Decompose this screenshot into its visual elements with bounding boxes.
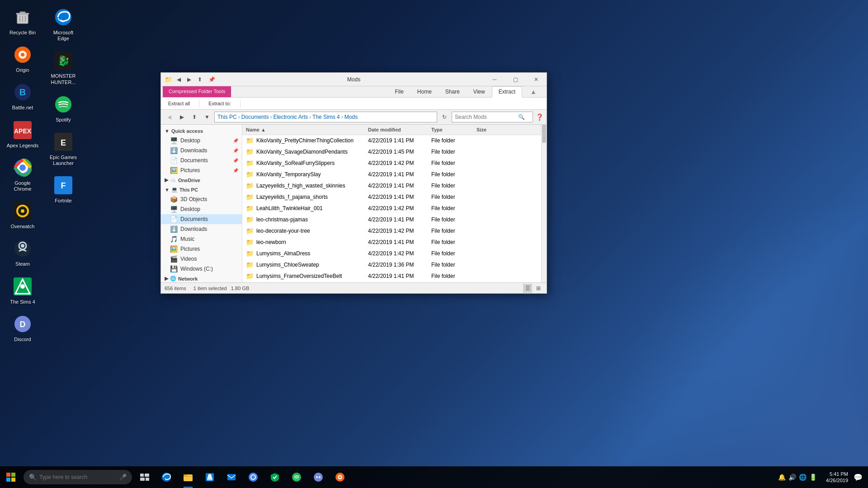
action-center-icon[interactable]: 💬: [854, 473, 863, 482]
breadcrumb-ea[interactable]: Electronic Arts: [273, 114, 308, 120]
title-pin-btn[interactable]: 📌: [207, 75, 217, 84]
desktop-icon-epic[interactable]: E Epic Games Launcher: [45, 129, 81, 168]
details-view-btn[interactable]: ☰: [523, 284, 532, 293]
table-row[interactable]: 📁 leo-decorate-your-tree 4/22/2019 1:42 …: [242, 225, 541, 237]
scrollbar-thumb[interactable]: [542, 125, 546, 143]
table-row[interactable]: 📁 leo-newborn 4/22/2019 1:41 PM File fol…: [242, 237, 541, 248]
desktop-icon-recycle-bin[interactable]: Recycle Bin: [5, 5, 41, 38]
desktop-icon-origin[interactable]: Origin: [5, 42, 41, 75]
table-row[interactable]: 📁 KikoVanity_TemporarySlay 4/22/2019 1:4…: [242, 169, 541, 180]
col-header-date[interactable]: Date modified: [364, 126, 428, 133]
share-tab[interactable]: Share: [439, 86, 467, 97]
breadcrumb-mods[interactable]: Mods: [344, 114, 358, 120]
up-button[interactable]: ⬆: [189, 112, 200, 122]
table-row[interactable]: 📁 Lumysims_AlmaDress 4/22/2019 1:42 PM F…: [242, 248, 541, 259]
title-up-btn[interactable]: ⬆: [196, 75, 204, 84]
taskbar-search-box[interactable]: 🔍 🎤: [24, 470, 132, 484]
battery-icon[interactable]: 🔋: [809, 474, 817, 481]
desktop-icon-spotify[interactable]: Spotify: [45, 92, 81, 125]
extract-all-btn[interactable]: Extract all: [165, 99, 193, 108]
table-row[interactable]: 📁 Lazyeyelids_f_pajama_shorts 4/22/2019 …: [242, 192, 541, 203]
taskbar-mic-icon[interactable]: 🎤: [119, 474, 127, 481]
help-button[interactable]: ❓: [535, 113, 544, 121]
table-row[interactable]: 📁 Lumysims_FrameOversizedTeeBelt 4/22/20…: [242, 271, 541, 282]
network-icon[interactable]: 🌐: [799, 474, 807, 481]
sidebar-item-3dobjects[interactable]: 📦 3D Objects: [161, 194, 242, 204]
table-row[interactable]: 📁 KikoVanity_SavageDiamondPendants 4/22/…: [242, 146, 541, 158]
sidebar-item-desktop[interactable]: 🖥️ Desktop 📌: [161, 136, 242, 145]
desktop-icon-chrome[interactable]: Google Chrome: [5, 155, 41, 194]
breadcrumb-sims4[interactable]: The Sims 4: [312, 114, 340, 120]
ribbon-expand-btn[interactable]: ▲: [522, 86, 545, 97]
close-button[interactable]: ✕: [526, 73, 547, 86]
taskbar-task-view[interactable]: [134, 466, 156, 488]
table-row[interactable]: 📁 Lazyeyelids_f_high_wasted_skinnies 4/2…: [242, 180, 541, 192]
desktop-icon-battlenet[interactable]: B Battle.net: [5, 80, 41, 113]
file-tab[interactable]: File: [388, 86, 410, 97]
desktop-icon-edge[interactable]: Microsoft Edge: [45, 5, 81, 43]
taskbar-clock[interactable]: 5:41 PM 4/26/2019 💬: [821, 471, 868, 484]
recent-button[interactable]: ▼: [202, 112, 212, 122]
thispc-header[interactable]: ▼ 💻 This PC: [161, 185, 242, 194]
large-icons-view-btn[interactable]: ⊞: [534, 284, 543, 293]
col-header-name[interactable]: Name ▲: [242, 126, 364, 133]
sidebar-item-documents[interactable]: 📄 Documents 📌: [161, 155, 242, 165]
sidebar-item-videos[interactable]: 🎬 Videos: [161, 254, 242, 264]
sidebar-item-downloads[interactable]: ⬇️ Downloads 📌: [161, 145, 242, 155]
taskbar-edge[interactable]: [156, 466, 177, 488]
view-tab[interactable]: View: [467, 86, 492, 97]
quick-access-header[interactable]: ▼ Quick access: [161, 127, 242, 136]
sidebar-item-music[interactable]: 🎵 Music: [161, 234, 242, 244]
search-bar[interactable]: 🔍: [452, 112, 533, 122]
back-button[interactable]: ◀: [164, 112, 175, 122]
taskbar-discord-app[interactable]: [307, 466, 329, 488]
taskbar-origin-app[interactable]: [329, 466, 351, 488]
extract-to-btn[interactable]: Extract to:: [205, 99, 235, 108]
refresh-button[interactable]: ↻: [439, 112, 450, 122]
compressed-folder-tab[interactable]: Compressed Folder Tools: [163, 86, 231, 97]
sidebar-item-documents2[interactable]: 📄 Documents: [161, 214, 242, 224]
table-row[interactable]: 📁 KikoVanity_SoRealFurrySlippers 4/22/20…: [242, 158, 541, 169]
breadcrumb-thispc[interactable]: This PC: [217, 114, 237, 120]
onedrive-header[interactable]: ▶ ☁️ OneDrive: [161, 175, 242, 185]
notification-icon[interactable]: 🔔: [778, 474, 786, 481]
desktop-icon-monster-hunter[interactable]: 🐉 MONSTER HUNTER...: [45, 48, 81, 87]
desktop-icon-steam[interactable]: Steam: [5, 236, 41, 269]
desktop-icon-apex[interactable]: APEX Apex Legends: [5, 117, 41, 150]
taskbar-search-input[interactable]: [39, 474, 117, 480]
taskbar-chrome-app[interactable]: [242, 466, 264, 488]
sidebar-item-downloads2[interactable]: ⬇️ Downloads: [161, 224, 242, 234]
sidebar-item-desktop2[interactable]: 🖥️ Desktop: [161, 204, 242, 214]
table-row[interactable]: 📁 Lumysims_ChloeSweatер 4/22/2019 1:36 P…: [242, 259, 541, 271]
home-tab[interactable]: Home: [410, 86, 439, 97]
start-button[interactable]: [0, 466, 22, 488]
desktop-icon-fortnite[interactable]: F Fortnite: [45, 173, 81, 206]
volume-icon[interactable]: 🔊: [788, 474, 796, 481]
search-input[interactable]: [455, 114, 518, 120]
table-row[interactable]: 📁 leo-christmas-pjamas 4/22/2019 1:41 PM…: [242, 214, 541, 225]
sidebar-item-windows-c[interactable]: 💾 Windows (C:): [161, 264, 242, 274]
maximize-button[interactable]: ▢: [505, 73, 526, 86]
desktop-icon-discord[interactable]: D Discord: [5, 311, 41, 344]
sidebar-item-pictures2[interactable]: 🖼️ Pictures: [161, 244, 242, 254]
forward-button[interactable]: ▶: [176, 112, 187, 122]
table-row[interactable]: 📁 LeahLilith_TwinkleHair_001 4/22/2019 1…: [242, 203, 541, 214]
minimize-button[interactable]: ─: [484, 73, 505, 86]
file-list[interactable]: Name ▲ Date modified Type Size 📁 KikoVan…: [242, 125, 541, 282]
title-back-btn[interactable]: ◀: [175, 75, 183, 84]
col-header-type[interactable]: Type: [428, 126, 473, 133]
taskbar-spotify-app[interactable]: [286, 466, 307, 488]
scrollbar[interactable]: [541, 125, 547, 282]
desktop-icon-sims4[interactable]: The Sims 4: [5, 274, 41, 307]
title-forward-btn[interactable]: ▶: [185, 75, 193, 84]
taskbar-store[interactable]: [199, 466, 221, 488]
taskbar-mail[interactable]: [221, 466, 242, 488]
breadcrumb-bar[interactable]: This PC › Documents › Electronic Arts › …: [214, 112, 437, 122]
taskbar-file-explorer[interactable]: [177, 466, 199, 488]
taskbar-defender[interactable]: [264, 466, 286, 488]
table-row[interactable]: 📁 KikoVanity_PrettyChimerThingCollection…: [242, 135, 541, 146]
extract-tab[interactable]: Extract: [492, 86, 522, 98]
breadcrumb-documents[interactable]: Documents: [241, 114, 269, 120]
network-header[interactable]: ▶ 🌐 Network: [161, 274, 242, 282]
sidebar-item-pictures[interactable]: 🖼️ Pictures 📌: [161, 165, 242, 175]
